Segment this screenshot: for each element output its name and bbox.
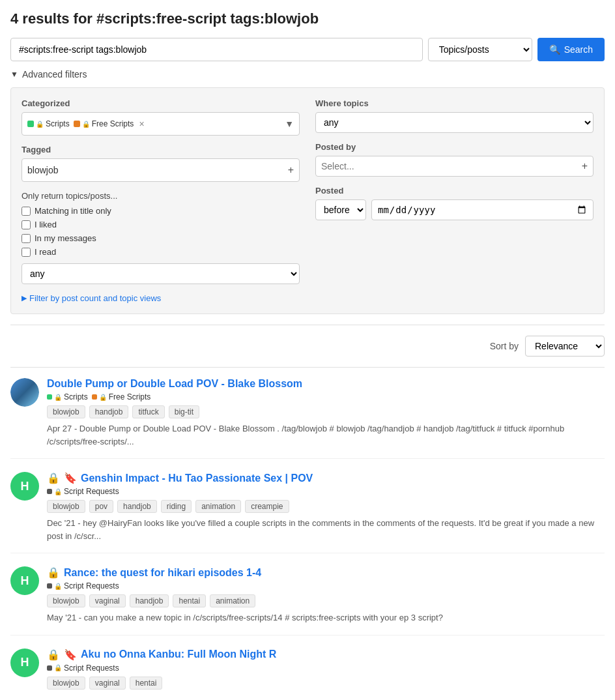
result-categories: 🔒 Script Requests xyxy=(47,581,605,591)
result-title-link[interactable]: Genshin Impact - Hu Tao Passionate Sex |… xyxy=(81,473,313,484)
result-cat-script-requests-3: 🔒 Script Requests xyxy=(47,664,119,673)
result-title[interactable]: 🔒 Rance: the quest for hikari episodes 1… xyxy=(47,566,605,579)
scripts-name: Scripts xyxy=(46,119,70,128)
in-messages-input[interactable] xyxy=(21,234,31,243)
results-title: 4 results for #scripts:free-script tags:… xyxy=(10,10,605,27)
tag[interactable]: blowjob xyxy=(47,594,85,607)
bookmark-icon: 🔖 xyxy=(64,649,77,661)
divider xyxy=(10,325,605,325)
posted-by-wrapper[interactable]: + xyxy=(315,156,594,177)
result-snippet: May '21 - can you make a new topic in /c… xyxy=(47,611,605,624)
tag[interactable]: vaginal xyxy=(89,594,126,607)
avatar-image xyxy=(10,378,39,407)
results-divider xyxy=(10,367,605,368)
avatar: H xyxy=(10,566,39,595)
result-title-link[interactable]: Aku no Onna Kanbu: Full Moon Night R xyxy=(81,649,276,660)
i-read-input[interactable] xyxy=(21,248,31,257)
cat-name-2: Free Scripts xyxy=(109,392,151,401)
result-title-link[interactable]: Rance: the quest for hikari episodes 1-4 xyxy=(64,567,261,579)
checkbox-group: Matching in title only I liked In my mes… xyxy=(21,206,300,257)
filter-post-count-toggle[interactable]: ▶ Filter by post count and topic views xyxy=(21,293,300,303)
in-messages-checkbox[interactable]: In my messages xyxy=(21,233,300,243)
tag[interactable]: riding xyxy=(161,500,192,513)
before-select[interactable]: before after xyxy=(315,199,366,220)
tag[interactable]: big-tit xyxy=(169,405,199,418)
lock-icon: 🔒 xyxy=(47,566,60,579)
result-title[interactable]: 🔒 🔖 Aku no Onna Kanbu: Full Moon Night R xyxy=(47,649,605,661)
tagged-group: Tagged blowjob + xyxy=(21,145,300,182)
tag[interactable]: pov xyxy=(89,500,113,513)
only-return-group: Only return topics/posts... Matching in … xyxy=(21,191,300,284)
filter-post-count-arrow-icon: ▶ xyxy=(21,294,27,302)
result-content: Double Pump or Double Load POV - Blake B… xyxy=(47,378,605,448)
result-categories: 🔒 Scripts 🔒 Free Scripts xyxy=(47,392,605,401)
tagged-input[interactable]: blowjob + xyxy=(21,158,300,182)
tag[interactable]: vaginal xyxy=(89,677,126,690)
category-remove-button[interactable]: × xyxy=(139,119,144,129)
any-select[interactable]: any all none xyxy=(21,263,300,284)
cat-icon-5: 🔒 xyxy=(54,664,62,671)
tag[interactable]: blowjob xyxy=(47,500,85,513)
result-snippet: Apr 27 - Double Pump or Double Load POV … xyxy=(47,422,605,448)
bookmark-icon: 🔖 xyxy=(64,472,77,484)
result-cat-script-requests: 🔒 Script Requests xyxy=(47,487,119,496)
cat-icon-4: 🔒 xyxy=(54,583,62,590)
tag[interactable]: handjob xyxy=(130,594,169,607)
cat-name-4: Script Requests xyxy=(64,581,119,591)
search-button[interactable]: 🔍 Search xyxy=(537,38,605,61)
matching-title-input[interactable] xyxy=(21,207,31,216)
freescripts-dot xyxy=(74,121,80,127)
tag[interactable]: handjob xyxy=(117,500,157,513)
search-input[interactable] xyxy=(10,38,423,61)
result-item: Double Pump or Double Load POV - Blake B… xyxy=(10,378,605,459)
tag[interactable]: hentai xyxy=(173,594,206,607)
freescripts-icon: 🔒 xyxy=(82,121,90,128)
i-read-checkbox[interactable]: I read xyxy=(21,247,300,257)
result-content: 🔒 🔖 Genshin Impact - Hu Tao Passionate S… xyxy=(47,472,605,542)
sort-select[interactable]: Relevance Latest Post Most Liked Most Vi… xyxy=(525,336,605,357)
tag[interactable]: blowjob xyxy=(47,405,85,418)
date-input[interactable] xyxy=(371,199,594,220)
result-cat-freescripts: 🔒 Free Scripts xyxy=(92,392,151,401)
search-type-select[interactable]: Topics/posts Topics Posts Users Categori… xyxy=(428,38,532,61)
in-messages-text: In my messages xyxy=(35,233,96,243)
result-tags: blowjob vaginal hentai xyxy=(47,677,605,690)
matching-title-checkbox[interactable]: Matching in title only xyxy=(21,206,300,216)
tag[interactable]: handjob xyxy=(89,405,129,418)
result-item: H 🔒 🔖 Genshin Impact - Hu Tao Passionate… xyxy=(10,472,605,553)
tagged-add-button[interactable]: + xyxy=(288,164,294,176)
posted-by-add-button[interactable]: + xyxy=(582,160,588,172)
cat-icon: 🔒 xyxy=(54,394,62,401)
matching-title-text: Matching in title only xyxy=(35,206,111,216)
chevron-down-icon: ▼ xyxy=(10,70,18,79)
category-arrow-icon[interactable]: ▼ xyxy=(285,119,294,129)
advanced-filters-toggle[interactable]: ▼ Advanced filters xyxy=(10,69,605,80)
cat-dot-dark xyxy=(47,489,52,494)
tag[interactable]: titfuck xyxy=(132,405,164,418)
result-tags: blowjob handjob titfuck big-tit xyxy=(47,405,605,418)
tag[interactable]: animation xyxy=(210,594,255,607)
result-title[interactable]: 🔒 🔖 Genshin Impact - Hu Tao Passionate S… xyxy=(47,472,605,484)
category-badge-scripts: 🔒 Scripts xyxy=(27,119,70,128)
where-topics-select[interactable]: any open closed archived xyxy=(315,112,594,133)
result-title-link[interactable]: Double Pump or Double Load POV - Blake B… xyxy=(47,378,302,390)
posted-by-group: Posted by + xyxy=(315,142,594,177)
filters-panel: Categorized 🔒 Scripts 🔒 Free Scripts × ▼ xyxy=(10,87,605,314)
avatar: H xyxy=(10,472,39,501)
result-tags: blowjob pov handjob riding animation cre… xyxy=(47,500,605,513)
where-topics-label: Where topics xyxy=(315,98,594,108)
tag[interactable]: animation xyxy=(195,500,241,513)
posted-by-input[interactable] xyxy=(321,161,579,171)
result-snippet: Dec '21 - hey @HairyFan looks like you'v… xyxy=(47,517,605,542)
tag[interactable]: creampie xyxy=(245,500,289,513)
cat-dot-orange xyxy=(92,394,97,400)
i-liked-checkbox[interactable]: I liked xyxy=(21,220,300,229)
result-title[interactable]: Double Pump or Double Load POV - Blake B… xyxy=(47,378,605,390)
tag[interactable]: hentai xyxy=(130,677,163,690)
category-select[interactable]: 🔒 Scripts 🔒 Free Scripts × ▼ xyxy=(21,112,300,136)
cat-name-3: Script Requests xyxy=(64,487,119,496)
search-bar: Topics/posts Topics Posts Users Categori… xyxy=(10,38,605,61)
tag[interactable]: blowjob xyxy=(47,677,85,690)
result-item: H 🔒 🔖 Aku no Onna Kanbu: Full Moon Night… xyxy=(10,649,605,701)
i-liked-input[interactable] xyxy=(21,220,31,229)
